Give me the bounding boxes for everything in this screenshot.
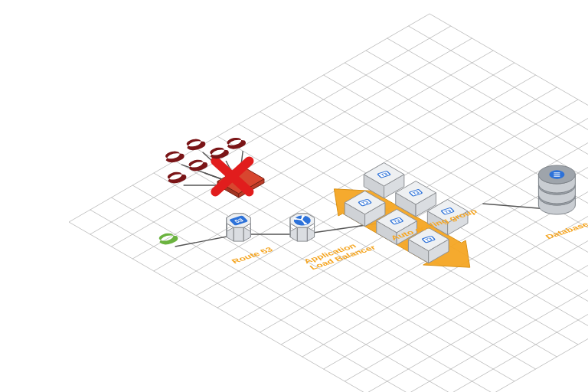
grid: [69, 14, 588, 392]
architecture-diagram: T3T3T3T3T3T353Route 53ApplicationLoad Ba…: [0, 0, 588, 392]
database: [538, 165, 575, 214]
svg-marker-0: [69, 14, 588, 392]
